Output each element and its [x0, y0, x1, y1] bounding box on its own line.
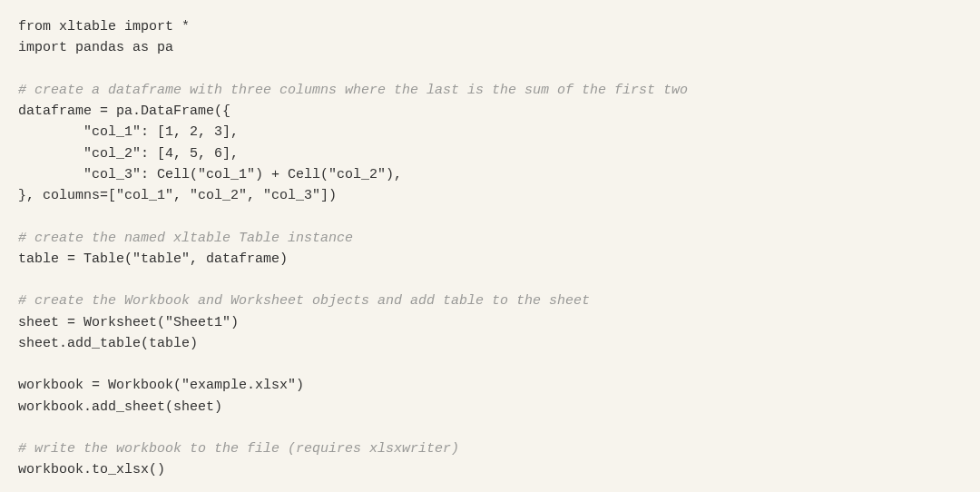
code-line: "col_3": Cell("col_1") + Cell("col_2"),: [18, 164, 962, 185]
code-line: [18, 206, 962, 227]
code-line: # write the workbook to the file (requir…: [18, 438, 962, 459]
code-line: [18, 270, 962, 290]
code-line: "col_1": [1, 2, 3],: [18, 122, 962, 143]
code-line: }, columns=["col_1", "col_2", "col_3"]): [18, 185, 962, 206]
code-line: [18, 418, 962, 438]
code-line: [18, 354, 962, 375]
code-line: import pandas as pa: [18, 37, 962, 58]
code-line: # create the Workbook and Worksheet obje…: [18, 290, 962, 311]
code-line: sheet = Worksheet("Sheet1"): [18, 312, 962, 333]
code-line: from xltable import *: [18, 16, 962, 37]
code-line: workbook.to_xlsx(): [18, 459, 962, 480]
code-line: workbook = Workbook("example.xlsx"): [18, 375, 962, 396]
code-line: # create the named xltable Table instanc…: [18, 228, 962, 249]
code-line: table = Table("table", dataframe): [18, 249, 962, 270]
code-line: workbook.add_sheet(sheet): [18, 397, 962, 418]
code-line: # create a dataframe with three columns …: [18, 80, 962, 101]
code-line: dataframe = pa.DataFrame({: [18, 101, 962, 122]
code-block: from xltable import *import pandas as pa…: [18, 16, 962, 481]
code-line: sheet.add_table(table): [18, 333, 962, 354]
code-line: [18, 59, 962, 80]
code-line: "col_2": [4, 5, 6],: [18, 143, 962, 164]
